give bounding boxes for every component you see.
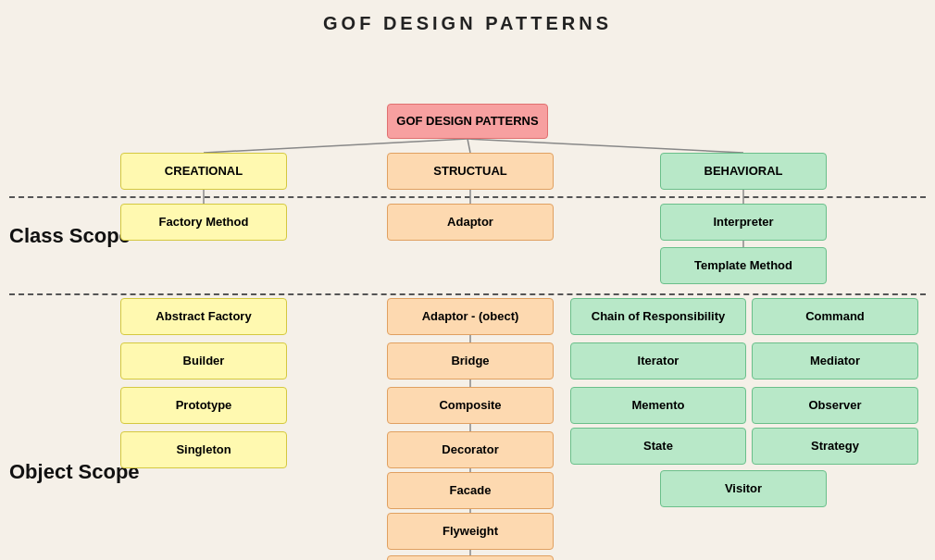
node-singleton: Singleton [120,431,287,468]
node-visitor: Visitor [660,470,827,507]
node-template_method: Template Method [660,247,827,284]
node-iterator: Iterator [570,342,746,380]
diagram-container: Class Scope Object Scope GOF DESIGN PATT… [0,44,935,560]
node-behavioral: BEHAVIORAL [660,153,827,190]
node-command: Command [752,298,918,335]
class-scope-label: Class Scope [9,224,131,248]
node-state: State [570,428,746,465]
node-abstract_factory: Abstract Factory [120,298,287,335]
node-mediator: Mediator [752,342,918,380]
node-builder: Builder [120,342,287,380]
node-interpreter: Interpreter [660,204,827,241]
node-adaptor_obj: Adaptor - (obect) [387,298,554,335]
node-proxy: Proxy [387,555,554,560]
node-decorator: Decorator [387,431,554,468]
node-observer: Observer [752,387,918,424]
svg-line-0 [204,139,468,153]
dashed-divider-top [9,196,926,198]
node-composite: Composite [387,387,554,424]
node-factory_method: Factory Method [120,204,287,241]
node-prototype: Prototype [120,387,287,424]
node-adaptor_class: Adaptor [387,204,554,241]
node-structual: STRUCTUAL [387,153,554,190]
svg-line-2 [468,139,743,153]
node-chain: Chain of Responsibility [570,298,746,335]
node-bridge: Bridge [387,342,554,380]
page-title: GOF DESIGN PATTERNS [0,0,935,44]
node-flyweight: Flyweight [387,513,554,550]
node-creational: CREATIONAL [120,153,287,190]
svg-line-1 [468,139,470,153]
dashed-divider-bottom [9,293,926,295]
node-memento: Memento [570,387,746,424]
node-strategy: Strategy [752,428,918,465]
node-facade: Facade [387,472,554,509]
node-root: GOF DESIGN PATTERNS [387,104,548,139]
